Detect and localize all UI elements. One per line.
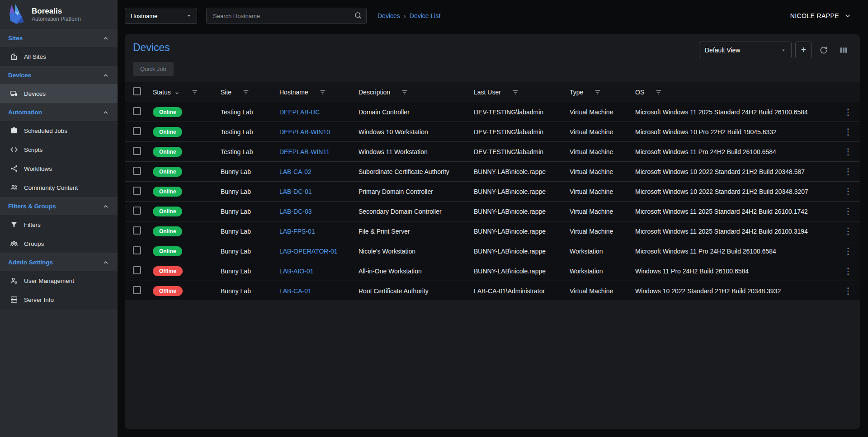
filter-menu-icon[interactable] (242, 89, 250, 96)
hostname-link[interactable]: LAB-OPERATOR-01 (277, 248, 356, 255)
row-menu-icon[interactable]: ⋮ (844, 247, 853, 255)
columns-button[interactable] (835, 42, 852, 58)
sidebar-item-community-content[interactable]: Community Content (0, 178, 118, 197)
filter-menu-icon[interactable] (319, 89, 326, 96)
column-header-description[interactable]: Description (356, 89, 471, 96)
os-cell: Microsoft Windows 11 2025 Standard 24H2 … (632, 228, 836, 235)
column-header-type[interactable]: Type (567, 89, 632, 96)
site-cell: Bunny Lab (218, 268, 277, 275)
table-row[interactable]: Online Bunny Lab LAB-CA-02 Subordinate C… (125, 162, 860, 182)
sidebar-section-admin-settings[interactable]: Admin Settings (0, 253, 118, 271)
description-cell: Nicole's Workstation (356, 248, 471, 255)
row-checkbox[interactable] (133, 167, 141, 175)
filter-menu-icon[interactable] (191, 89, 198, 96)
user-menu[interactable]: NICOLE RAPPE (790, 12, 852, 20)
column-header-last-user[interactable]: Last User (471, 89, 567, 96)
hostname-link[interactable]: LAB-DC-01 (277, 188, 356, 195)
sort-desc-icon[interactable] (174, 89, 180, 95)
table-row[interactable]: Online Testing Lab DEEPLAB-WIN10 Windows… (125, 122, 860, 142)
row-menu-icon[interactable]: ⋮ (844, 167, 853, 176)
column-header-status[interactable]: Status (150, 89, 218, 96)
hostname-link[interactable]: LAB-CA-02 (277, 168, 356, 175)
sidebar-section-filters-groups[interactable]: Filters & Groups (0, 197, 118, 215)
item-label: Community Content (24, 184, 78, 191)
filter-menu-icon[interactable] (401, 89, 408, 96)
sidebar-item-devices[interactable]: Devices (0, 84, 118, 103)
filter-menu-icon[interactable] (594, 89, 601, 96)
breadcrumb-device-list[interactable]: Device List (410, 12, 440, 19)
type-cell: Virtual Machine (567, 168, 632, 175)
hostname-link[interactable]: LAB-DC-03 (277, 208, 356, 215)
column-header-os[interactable]: OS (632, 89, 836, 96)
table-row[interactable]: Online Bunny Lab LAB-DC-01 Primary Domai… (125, 182, 860, 202)
row-checkbox[interactable] (133, 226, 141, 235)
page-title: Devices (133, 42, 170, 54)
table-row[interactable]: Online Testing Lab DEEPLAB-WIN11 Windows… (125, 142, 860, 162)
section-label: Admin Settings (8, 259, 53, 266)
sidebar-section-devices[interactable]: Devices (0, 66, 118, 84)
row-menu-icon[interactable]: ⋮ (844, 147, 853, 156)
row-menu-icon[interactable]: ⋮ (844, 127, 853, 136)
row-checkbox[interactable] (133, 127, 141, 135)
table-row[interactable]: Offline Bunny Lab LAB-AIO-01 All-in-One … (125, 261, 860, 281)
refresh-button[interactable] (816, 42, 832, 58)
column-header-hostname[interactable]: Hostname (277, 89, 356, 96)
quick-job-button[interactable]: Quick Job (133, 62, 174, 76)
hostname-link[interactable]: DEEPLAB-WIN11 (277, 148, 356, 155)
hostname-link[interactable]: DEEPLAB-DC (277, 108, 356, 116)
sidebar-item-workflows[interactable]: Workflows (0, 159, 118, 178)
row-checkbox[interactable] (133, 107, 141, 115)
row-checkbox[interactable] (133, 207, 141, 215)
search-field-select[interactable]: Hostname (125, 8, 197, 24)
sidebar-item-all-sites[interactable]: All Sites (0, 47, 118, 66)
select-all-checkbox[interactable] (133, 87, 141, 95)
hostname-link[interactable]: DEEPLAB-WIN10 (277, 128, 356, 136)
row-menu-icon[interactable]: ⋮ (844, 227, 853, 235)
row-checkbox[interactable] (133, 187, 141, 195)
row-checkbox[interactable] (133, 266, 141, 274)
filter-menu-icon[interactable] (655, 89, 662, 96)
sidebar-item-groups[interactable]: Groups (0, 234, 118, 253)
row-checkbox[interactable] (133, 246, 141, 254)
status-badge: Offline (153, 286, 183, 296)
status-badge: Online (153, 226, 182, 236)
chevron-down-icon (780, 47, 787, 53)
table-row[interactable]: Online Testing Lab DEEPLAB-DC Domain Con… (125, 102, 860, 122)
row-menu-icon[interactable]: ⋮ (844, 207, 853, 216)
chevron-up-icon (102, 203, 109, 210)
sidebar-item-scripts[interactable]: Scripts (0, 140, 118, 159)
sidebar: Borealis Automation Platform Sites All S… (0, 0, 118, 437)
row-checkbox[interactable] (133, 147, 141, 155)
row-menu-icon[interactable]: ⋮ (844, 108, 853, 116)
breadcrumb-separator: › (404, 12, 406, 20)
table-row[interactable]: Offline Bunny Lab LAB-CA-01 Root Certifi… (125, 281, 860, 301)
row-menu-icon[interactable]: ⋮ (844, 187, 853, 196)
row-checkbox[interactable] (133, 286, 141, 294)
item-label: Server Info (24, 296, 54, 303)
sidebar-item-user-management[interactable]: User Management (0, 271, 118, 290)
column-header-site[interactable]: Site (218, 89, 277, 96)
hostname-link[interactable]: LAB-CA-01 (277, 287, 356, 295)
view-select[interactable]: Default View (699, 42, 792, 58)
table-row[interactable]: Online Bunny Lab LAB-OPERATOR-01 Nicole'… (125, 241, 860, 261)
item-label: Workflows (24, 165, 52, 172)
sidebar-item-filters[interactable]: Filters (0, 215, 118, 234)
hostname-link[interactable]: LAB-AIO-01 (277, 268, 356, 275)
sidebar-section-automation[interactable]: Automation (0, 103, 118, 121)
row-menu-icon[interactable]: ⋮ (844, 267, 853, 275)
row-menu-icon[interactable]: ⋮ (844, 287, 853, 295)
chevron-up-icon (102, 109, 109, 116)
sidebar-item-scheduled-jobs[interactable]: Scheduled Jobs (0, 121, 118, 140)
table-row[interactable]: Online Bunny Lab LAB-FPS-01 File & Print… (125, 221, 860, 241)
sidebar-section-sites[interactable]: Sites (0, 29, 118, 47)
os-cell: Windows 10 2022 Standard 21H2 Build 2034… (632, 287, 836, 295)
description-cell: Subordinate Certificate Authority (356, 168, 471, 175)
sidebar-item-server-info[interactable]: Server Info (0, 290, 118, 309)
add-view-button[interactable]: + (795, 42, 812, 58)
table-row[interactable]: Online Bunny Lab LAB-DC-03 Secondary Dom… (125, 202, 860, 221)
breadcrumb-devices[interactable]: Devices (377, 12, 400, 19)
filter-menu-icon[interactable] (512, 89, 519, 96)
last-user-cell: DEV-TESTING\labadmin (471, 148, 567, 155)
search-input[interactable] (206, 8, 367, 24)
hostname-link[interactable]: LAB-FPS-01 (277, 228, 356, 235)
